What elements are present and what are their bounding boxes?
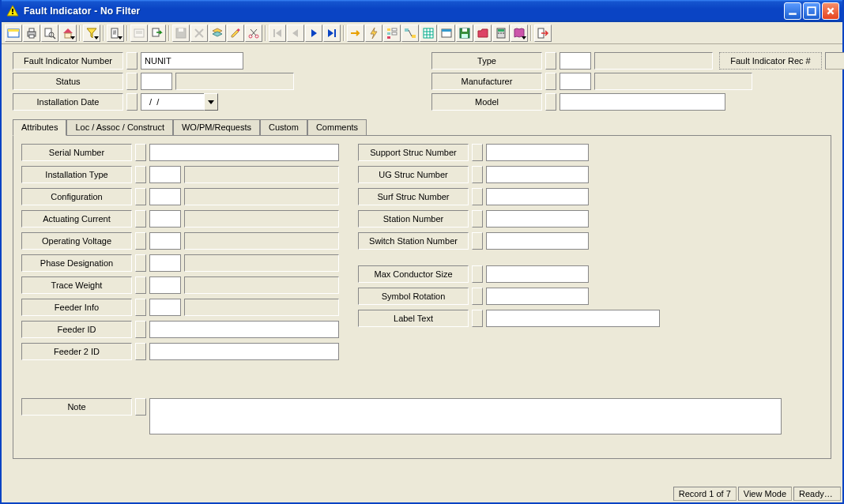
tb-calc-icon[interactable]	[492, 24, 510, 42]
tb-print-icon[interactable]	[23, 24, 40, 42]
feeder2-id-input[interactable]	[149, 343, 339, 360]
surf-struc-button[interactable]	[472, 188, 483, 205]
configuration-label: Configuration	[21, 188, 132, 205]
minimize-button[interactable]	[784, 2, 801, 20]
svg-rect-66	[500, 32, 502, 34]
ug-struc-input[interactable]	[486, 166, 589, 183]
tb-tree-icon[interactable]	[383, 24, 401, 42]
tab-loc-assoc-construct[interactable]: Loc / Assoc / Construct	[66, 119, 173, 136]
serial-number-input[interactable]	[149, 144, 339, 161]
svg-rect-11	[29, 35, 34, 38]
tb-cut-icon[interactable]	[245, 24, 262, 42]
status-code-input[interactable]	[141, 73, 172, 90]
tb-filter-icon[interactable]	[83, 24, 100, 42]
surf-struc-input[interactable]	[486, 188, 589, 205]
tb-bolt-icon[interactable]	[365, 24, 382, 42]
support-struc-label: Support Struc Number	[358, 144, 469, 161]
maximize-button[interactable]	[803, 2, 820, 20]
note-button[interactable]	[135, 398, 146, 416]
svg-marker-21	[118, 36, 122, 39]
trace-weight-code-input[interactable]	[149, 276, 181, 294]
feeder-id-button[interactable]	[135, 321, 146, 338]
station-number-button[interactable]	[472, 210, 483, 228]
feeder-info-code-input[interactable]	[149, 299, 181, 316]
note-textarea[interactable]	[149, 398, 782, 434]
label-text-input[interactable]	[486, 310, 660, 327]
configuration-code-input[interactable]	[149, 188, 181, 205]
app-window: Fault Indicator - No Filter	[0, 0, 844, 504]
tb-export-icon[interactable]	[149, 24, 166, 42]
tb-preview-icon[interactable]	[41, 24, 58, 42]
record-number-label: Fault Indicator Rec #	[719, 52, 822, 70]
actuating-current-desc	[184, 210, 339, 228]
svg-line-52	[409, 30, 412, 36]
tab-wo-pm-requests[interactable]: WO/PM/Requests	[173, 119, 260, 136]
feeder-id-input[interactable]	[149, 321, 339, 338]
actuating-current-label: Actuating Current	[21, 210, 132, 228]
tb-screen-icon[interactable]	[5, 24, 22, 42]
symbol-rotation-label: Symbol Rotation	[358, 288, 469, 305]
station-number-label: Station Number	[358, 210, 469, 228]
phase-designation-code-input[interactable]	[149, 254, 181, 272]
switch-station-input[interactable]	[486, 232, 589, 250]
trace-weight-button[interactable]	[135, 276, 146, 294]
title-bar: Fault Indicator - No Filter	[2, 0, 842, 22]
tb-exit-icon[interactable]	[534, 24, 552, 42]
tb-layers-icon[interactable]	[209, 24, 226, 42]
installation-type-code-input[interactable]	[149, 166, 181, 183]
tb-last-icon[interactable]	[323, 24, 341, 42]
feeder-info-button[interactable]	[135, 299, 146, 316]
configuration-button[interactable]	[135, 188, 146, 205]
status-record: Record 1 of 7	[673, 487, 737, 501]
type-lookup-button[interactable]	[545, 52, 556, 70]
ug-struc-button[interactable]	[472, 166, 483, 183]
phase-designation-button[interactable]	[135, 254, 146, 272]
tb-disk-icon[interactable]	[456, 24, 473, 42]
tb-card-icon[interactable]	[438, 24, 455, 42]
tb-relation-icon[interactable]	[401, 24, 419, 42]
type-code-input[interactable]	[560, 52, 591, 70]
tb-home-dropdown-icon[interactable]	[59, 24, 77, 42]
manufacturer-code-input[interactable]	[560, 73, 591, 90]
svg-rect-2	[12, 13, 13, 14]
svg-line-14	[53, 36, 55, 39]
model-input[interactable]	[560, 93, 725, 111]
max-conductor-button[interactable]	[472, 265, 483, 283]
operating-voltage-button[interactable]	[135, 232, 146, 250]
symbol-rotation-input[interactable]	[486, 288, 589, 305]
tb-folder-icon[interactable]	[474, 24, 492, 42]
feeder2-id-button[interactable]	[135, 343, 146, 360]
model-lookup-button[interactable]	[545, 93, 556, 111]
label-text-button[interactable]	[472, 310, 483, 327]
installation-date-dropdown-button[interactable]	[204, 93, 218, 111]
close-button[interactable]	[822, 2, 839, 20]
installation-type-button[interactable]	[135, 166, 146, 183]
station-number-input[interactable]	[486, 210, 589, 228]
tab-attributes[interactable]: Attributes	[13, 119, 66, 136]
tb-doc-dropdown-icon[interactable]	[107, 24, 124, 42]
serial-number-button[interactable]	[135, 144, 146, 161]
tb-book-icon[interactable]	[511, 24, 528, 42]
tb-goto-icon[interactable]	[347, 24, 364, 42]
installation-date-calendar-button[interactable]	[126, 93, 138, 111]
operating-voltage-code-input[interactable]	[149, 232, 181, 250]
tab-custom[interactable]: Custom	[260, 119, 307, 136]
actuating-current-code-input[interactable]	[149, 210, 181, 228]
tab-comments[interactable]: Comments	[307, 119, 367, 136]
tb-grid-icon[interactable]	[420, 24, 437, 42]
switch-station-button[interactable]	[472, 232, 483, 250]
fault-indicator-number-input[interactable]	[141, 52, 243, 70]
status-lookup-button[interactable]	[126, 73, 138, 90]
installation-date-input[interactable]	[141, 93, 204, 111]
fault-indicator-number-lookup-button[interactable]	[126, 52, 138, 70]
tb-list-disabled-icon	[130, 24, 148, 42]
actuating-current-button[interactable]	[135, 210, 146, 228]
tb-next-icon[interactable]	[305, 24, 322, 42]
max-conductor-input[interactable]	[486, 265, 589, 283]
support-struc-input[interactable]	[486, 144, 589, 161]
tb-edit-icon[interactable]	[227, 24, 244, 42]
symbol-rotation-button[interactable]	[472, 288, 483, 305]
manufacturer-lookup-button[interactable]	[545, 73, 556, 90]
support-struc-button[interactable]	[472, 144, 483, 161]
model-field: Model	[431, 93, 844, 111]
